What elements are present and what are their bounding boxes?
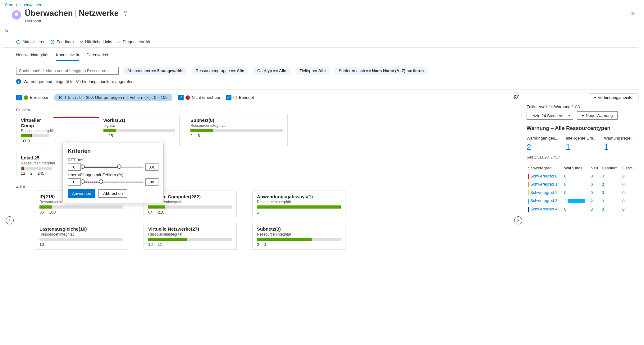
card-title: Virtueller Comp — [21, 117, 49, 128]
checks-slider[interactable] — [83, 182, 144, 183]
val-total[interactable]: 2 — [527, 142, 558, 152]
pin-icon[interactable] — [123, 11, 128, 16]
chk-max-input[interactable] — [145, 178, 158, 186]
info-icon[interactable]: i — [575, 105, 580, 109]
col-groups: Intelligente Gru... — [566, 136, 596, 140]
card-title: Subnetz(3) — [257, 226, 341, 232]
health-bar — [39, 238, 123, 241]
next-page-button[interactable] — [514, 216, 522, 224]
checkbox-ended[interactable]: ✓ — [226, 95, 231, 100]
card-subtitle: tegrität — [103, 123, 175, 128]
bar-labels: 1611 — [148, 242, 232, 247]
resource-card[interactable]: Lastenausgleiche(10)Ressourcenintegrität… — [35, 223, 128, 250]
health-bar — [148, 238, 232, 241]
criteria-popover: Kriterien RTT (ms) Überprüfungen mit Feh… — [62, 143, 164, 203]
breadcrumb-start[interactable]: Start — [5, 2, 13, 7]
sources-row-1: Virtueller CompRessourcenintegrität1008w… — [16, 114, 520, 146]
filter-sort[interactable]: Sortieren nach == Nach Name (A–Z) sortie… — [334, 67, 428, 75]
th-new: Neu — [589, 164, 601, 172]
health-bar — [21, 167, 52, 170]
health-bar — [257, 238, 341, 241]
filter-sourcetype[interactable]: Quelltyp == Alle — [253, 67, 291, 75]
title-sub: Netzwerke — [79, 8, 119, 18]
card-subtitle: Ressourcenintegrität — [21, 129, 49, 133]
plus-icon: + — [594, 95, 596, 100]
resource-card[interactable]: Virtuelle Netzwerke(27)Ressourcenintegri… — [144, 223, 237, 250]
severity-row[interactable]: Schweregrad 10000 — [527, 180, 638, 189]
check-ended[interactable]: ✓ Beendet — [226, 95, 254, 100]
close-icon[interactable]: ✕ — [628, 8, 638, 19]
filter-resourcegroup[interactable]: Ressourcengruppe == Alle — [191, 67, 249, 75]
severity-row[interactable]: Schweregrad 20000 — [527, 189, 638, 197]
bar-labels: 1 — [257, 210, 341, 214]
severity-row[interactable]: Schweregrad 40000 — [527, 205, 638, 214]
prev-page-button[interactable] — [6, 216, 14, 224]
header: Überwachen | Netzwerke Microsoft ✕ — [2, 8, 638, 36]
val-rules[interactable]: 1 — [604, 142, 635, 152]
diagnostics-dropdown[interactable]: Diagnosetoolkit — [117, 39, 150, 44]
rtt-max-input[interactable] — [145, 163, 158, 171]
rtt-min-input[interactable] — [68, 163, 81, 171]
card-subtitle: Ressourcenintegrität — [257, 200, 341, 204]
resource-card[interactable]: Virtueller CompRessourcenintegrität1008 — [16, 114, 53, 146]
cancel-button[interactable]: Abbrechen — [98, 189, 127, 198]
rtt-slider[interactable] — [83, 167, 144, 168]
chevron-down-icon — [80, 40, 83, 44]
page-title: Überwachen | Netzwerke — [25, 8, 628, 18]
new-warning-button[interactable]: + Neue Warnung — [577, 111, 618, 120]
popover-title: Kriterien — [68, 148, 158, 154]
rtt-criteria-pill[interactable]: RTT (ms) : 0 – 300, Überprüfungen mit Fe… — [54, 94, 172, 101]
targets-row-2: Lastenausgleiche(10)Ressourcenintegrität… — [25, 223, 520, 250]
health-bar — [21, 134, 49, 137]
tab-health[interactable]: Netzwerkintegrität — [16, 51, 48, 61]
links-dropdown[interactable]: Nützliche Links — [80, 39, 112, 44]
checkbox-reachable[interactable]: ✓ — [16, 95, 22, 100]
chevron-right-icon: › — [16, 2, 17, 7]
right-panel: Zeitintervall für Warnung * i Letzte 24 … — [527, 104, 638, 255]
bar-labels: 112245 — [21, 171, 52, 176]
expand-sidebar-icon[interactable] — [4, 25, 9, 36]
severity-row[interactable]: Schweregrad 32200 — [527, 197, 638, 205]
rp-summary-cols: Warnungen ges... 2 Intelligente Gru... 1… — [527, 136, 638, 152]
info-message: i Warnungen und Integrität für Verbindun… — [16, 79, 638, 84]
refresh-button[interactable]: Aktualisieren — [16, 39, 45, 44]
card-subtitle: Ressourcenintegrität — [21, 161, 52, 165]
feedback-button[interactable]: Feedback — [50, 39, 74, 44]
severity-row[interactable]: Schweregrad 00000 — [527, 172, 638, 181]
breadcrumb-monitor[interactable]: Überwachen — [20, 2, 42, 7]
svg-point-0 — [51, 40, 54, 44]
lightbulb-icon — [12, 10, 21, 20]
checks-label: Überprüfungen mit Fehlern (%) — [68, 172, 158, 177]
tab-traffic[interactable]: Datenverkehr — [86, 51, 111, 61]
val-groups[interactable]: 1 — [566, 142, 596, 152]
resource-card[interactable]: works(51)tegrität25 — [99, 114, 180, 146]
apply-button[interactable]: Anwenden — [68, 189, 95, 198]
chk-min-input[interactable] — [68, 178, 81, 186]
card-subtitle: Ressourcenintegrität — [257, 232, 341, 237]
chevron-down-icon — [117, 40, 121, 44]
tabs: Netzwerkintegrität Konnektivität Datenve… — [16, 51, 638, 61]
resource-card[interactable]: Subnetz(3)Ressourcenintegrität21 — [252, 223, 345, 250]
resource-card[interactable]: Lokal 25Ressourcenintegrität112245 — [16, 152, 57, 178]
check-unreachable[interactable]: ✓ Nicht erreichbar — [178, 95, 220, 100]
search-input[interactable] — [16, 67, 119, 75]
card-title: Virtuelle Netzwerke(27) — [148, 226, 232, 232]
page-root: Start › Überwachen Überwachen | Netzwerk… — [0, 0, 644, 261]
resource-card[interactable]: Anwendungsgateways(1)Ressourcenintegritä… — [252, 191, 345, 217]
content: Netzwerkintegrität Konnektivität Datenve… — [2, 48, 638, 255]
bar-labels: 64218 — [148, 210, 232, 214]
pin-icon[interactable] — [514, 93, 519, 99]
check-reachable[interactable]: ✓ Erreichbar — [16, 95, 48, 100]
filter-subscription[interactable]: Abonnement == 5 ausgewählt — [123, 67, 187, 75]
interval-select[interactable]: Letzte 24 Stunden — [527, 112, 573, 120]
rtt-slider-row — [68, 163, 158, 171]
filter-desttype[interactable]: Zieltyp == Alle — [295, 67, 330, 75]
resource-card[interactable]: Subnetz(8)Ressourcenintegrität26 — [186, 114, 288, 146]
plus-icon: + — [582, 113, 584, 118]
checkbox-unreachable[interactable]: ✓ — [178, 95, 184, 100]
th-warnings: Warnungen... — [563, 164, 589, 172]
tab-connectivity[interactable]: Konnektivität — [56, 51, 79, 61]
filter-row: Abonnement == 5 ausgewählt Ressourcengru… — [16, 67, 638, 75]
severity-table: Schweregrad Warnungen... Neu Bestätigt G… — [527, 164, 638, 214]
connection-monitor-button[interactable]: + Verbindungsmonitor — [589, 94, 638, 101]
